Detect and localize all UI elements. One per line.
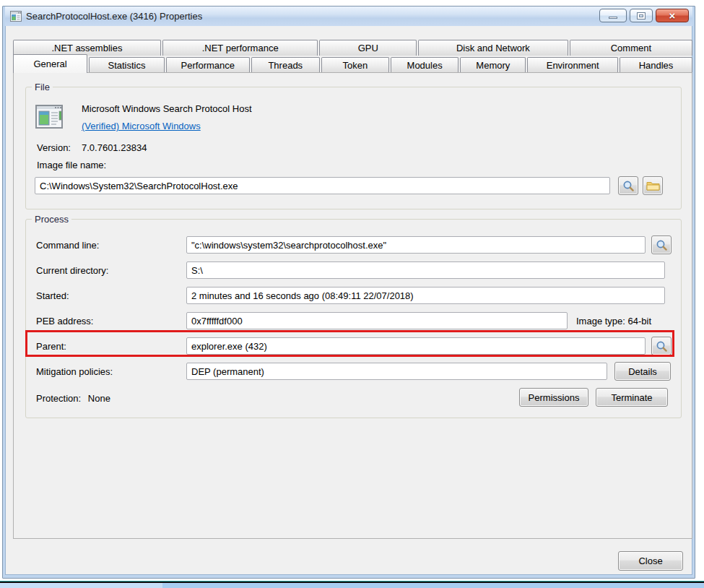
tab-token[interactable]: Token	[321, 57, 389, 73]
process-group: Process Command line: Current directory:	[25, 219, 682, 418]
application-icon	[35, 105, 63, 131]
tab-row-secondary: .NET assemblies .NET performance GPU Dis…	[13, 39, 692, 56]
parent-label: Parent:	[36, 341, 66, 352]
terminate-button[interactable]: Terminate	[596, 388, 668, 407]
app-window-icon	[10, 11, 22, 22]
tab-net-performance[interactable]: .NET performance	[162, 40, 318, 56]
general-tab-panel: File	[13, 72, 692, 539]
tab-handles[interactable]: Handles	[620, 57, 692, 73]
image-type-value: 64-bit	[628, 316, 652, 327]
protection-label: Protection:	[36, 393, 81, 404]
titlebar[interactable]: SearchProtocolHost.exe (3416) Properties…	[5, 7, 692, 26]
close-icon: ×	[669, 10, 676, 21]
verified-signer-link[interactable]: (Verified) Microsoft Windows	[82, 121, 201, 131]
tab-environment[interactable]: Environment	[527, 57, 618, 73]
maximize-icon	[638, 13, 645, 19]
command-line-search-button[interactable]	[651, 235, 672, 254]
window-close-button[interactable]: ×	[656, 9, 689, 22]
tab-modules[interactable]: Modules	[391, 57, 459, 73]
image-file-name-field[interactable]	[35, 177, 610, 194]
peb-address-label: PEB address:	[36, 316, 94, 327]
inspect-image-button[interactable]	[618, 176, 638, 195]
tab-threads[interactable]: Threads	[251, 57, 320, 73]
tab-comment[interactable]: Comment	[570, 40, 692, 56]
parent-field[interactable]	[186, 337, 646, 355]
protection-value: None	[88, 393, 110, 404]
tab-memory[interactable]: Memory	[460, 57, 526, 73]
mitigation-policies-field[interactable]	[186, 363, 607, 380]
image-type-label: Image type:	[576, 316, 625, 327]
minimize-icon	[609, 17, 617, 19]
desktop: SearchProtocolHost.exe (3416) Properties…	[0, 0, 704, 588]
background-window-strip-light	[0, 583, 162, 588]
file-group: File	[25, 87, 682, 209]
dialog-client-area: .NET assemblies .NET performance GPU Dis…	[5, 26, 692, 575]
magnifier-icon	[656, 340, 668, 353]
properties-window: SearchProtocolHost.exe (3416) Properties…	[2, 6, 695, 579]
image-type: Image type: 64-bit	[576, 316, 651, 327]
process-group-legend: Process	[32, 214, 71, 225]
current-directory-label: Current directory:	[36, 265, 108, 276]
parent-search-button[interactable]	[651, 337, 672, 355]
file-group-legend: File	[32, 82, 53, 92]
current-directory-field[interactable]	[186, 261, 665, 279]
window-title: SearchProtocolHost.exe (3416) Properties	[26, 11, 202, 22]
peb-address-field[interactable]	[186, 312, 568, 329]
file-description: Microsoft Windows Search Protocol Host	[82, 103, 252, 114]
permissions-button[interactable]: Permissions	[519, 388, 588, 407]
magnifier-icon	[656, 239, 668, 251]
close-dialog-button[interactable]: Close	[618, 551, 683, 571]
image-file-name-label: Image file name:	[37, 160, 106, 170]
tab-performance[interactable]: Performance	[166, 57, 250, 73]
command-line-field[interactable]	[186, 236, 646, 254]
minimize-button[interactable]	[599, 9, 627, 22]
window-controls: ×	[599, 9, 689, 22]
tab-statistics[interactable]: Statistics	[89, 57, 165, 73]
version-value: 7.0.7601.23834	[82, 142, 147, 153]
details-button[interactable]: Details	[614, 362, 671, 381]
tab-net-assemblies[interactable]: .NET assemblies	[13, 40, 161, 56]
magnifier-icon	[622, 180, 635, 192]
open-folder-button[interactable]	[643, 176, 663, 195]
command-line-label: Command line:	[36, 240, 99, 251]
mitigation-policies-label: Mitigation policies:	[36, 366, 113, 377]
started-label: Started:	[36, 290, 69, 301]
tab-disk-and-network[interactable]: Disk and Network	[418, 40, 568, 56]
tab-general[interactable]: General	[13, 54, 87, 73]
started-field[interactable]	[186, 287, 665, 304]
protection: Protection: None	[36, 393, 110, 404]
folder-icon	[646, 181, 660, 191]
tab-gpu[interactable]: GPU	[319, 40, 417, 56]
tab-row-primary: General Statistics Performance Threads T…	[13, 56, 692, 73]
version-label: Version:	[37, 142, 71, 153]
maximize-button[interactable]	[630, 9, 653, 22]
